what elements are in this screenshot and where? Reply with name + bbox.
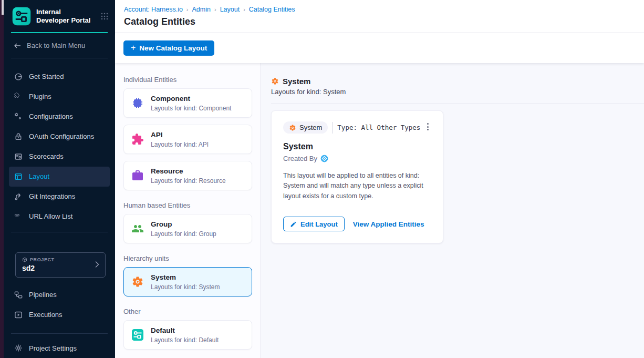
project-nav: Pipelines Executions	[4, 278, 115, 325]
cube-icon	[22, 257, 27, 262]
sidebar-divider	[11, 232, 108, 232]
scorecard-icon	[14, 152, 23, 161]
new-catalog-layout-button[interactable]: + New Catalog Layout	[123, 40, 214, 56]
detail-panel: System Layouts for kind: System System T…	[261, 63, 644, 358]
detail-title: System	[283, 77, 310, 86]
entity-desc: Layouts for kind: Component	[151, 105, 231, 112]
sidebar-item-executions[interactable]: Executions	[9, 305, 110, 325]
sidebar-item-url-allow-list[interactable]: URL Allow List	[9, 207, 110, 227]
system-gear-icon	[289, 124, 296, 131]
sidebar-item-layout[interactable]: Layout	[9, 167, 110, 187]
chip-separator	[332, 122, 333, 134]
nav-label: Scorecards	[29, 152, 64, 160]
entity-name: Default	[151, 326, 219, 335]
section-individual-entities: Individual Entities Component Layouts fo…	[123, 76, 252, 190]
back-label: Back to Main Menu	[27, 42, 85, 49]
sidebar-nav: Get Started Plugins Configurations OAuth…	[4, 58, 115, 227]
entity-card-default[interactable]: Default Layouts for kind: Default	[123, 320, 252, 350]
card-menu-button[interactable]	[424, 121, 431, 132]
api-icon	[131, 133, 144, 146]
component-icon	[131, 97, 144, 109]
nav-label: URL Allow List	[29, 212, 72, 220]
plus-icon: +	[131, 44, 136, 52]
pencil-icon	[290, 221, 297, 228]
nav-label: Project Settings	[29, 344, 77, 352]
breadcrumb-catalog-entities[interactable]: Catalog Entities	[249, 6, 295, 13]
entity-card-system[interactable]: System Layouts for kind: System	[123, 267, 252, 296]
nav-label: Configurations	[29, 112, 73, 120]
entity-desc: Layouts for kind: System	[151, 283, 220, 291]
created-by-row: Created By	[283, 155, 431, 162]
project-meta: PROJECT sd2	[22, 257, 95, 272]
entity-desc: Layouts for kind: Default	[151, 336, 219, 344]
detail-header: System	[271, 77, 631, 86]
project-label: PROJECT	[30, 257, 55, 262]
card-top-row: System Type: All Other Types	[283, 121, 431, 134]
configurations-icon	[14, 112, 23, 121]
section-label: Human based Entities	[123, 201, 252, 209]
sidebar-item-project-settings[interactable]: Project Settings	[9, 339, 110, 358]
system-gear-icon	[271, 77, 279, 85]
entity-kind-panel: Individual Entities Component Layouts fo…	[115, 63, 261, 358]
window-edge-strip	[0, 0, 4, 358]
sidebar-item-oauth-configurations[interactable]: OAuth Configurations	[9, 127, 110, 147]
entity-card-api[interactable]: API Layouts for kind: API	[123, 125, 252, 154]
breadcrumb-account[interactable]: Account: Harness.io	[124, 6, 183, 13]
entity-desc: Layouts for kind: API	[151, 141, 209, 148]
nav-label: Plugins	[29, 93, 51, 100]
sidebar-item-scorecards[interactable]: Scorecards	[9, 147, 110, 167]
nav-label: Pipelines	[29, 291, 57, 299]
app-grid-icon[interactable]	[100, 12, 109, 21]
breadcrumb: Account: Harness.io › Admin › Layout › C…	[124, 6, 644, 13]
window-edge-notch	[2, 0, 4, 15]
plugins-icon	[14, 93, 23, 101]
brand-header: Internal Developer Portal	[4, 0, 115, 32]
chip-label: System	[299, 124, 322, 131]
section-human-based-entities: Human based Entities Group Layouts for k…	[123, 201, 252, 243]
sidebar: Internal Developer Portal Back to Main M…	[4, 0, 115, 358]
entity-card-component[interactable]: Component Layouts for kind: Component	[123, 88, 252, 118]
executions-icon	[14, 311, 23, 319]
nav-label: Layout	[29, 172, 49, 180]
group-icon	[131, 222, 144, 235]
settings-gear-icon	[14, 344, 23, 352]
breadcrumb-separator: ›	[186, 6, 189, 13]
sidebar-divider	[11, 333, 108, 334]
sidebar-item-pipelines[interactable]: Pipelines	[9, 285, 110, 305]
breadcrumb-admin[interactable]: Admin	[192, 6, 211, 13]
entity-name: System	[151, 273, 220, 282]
entity-card-resource[interactable]: Resource Layouts for kind: Resource	[123, 161, 252, 190]
project-selector[interactable]: PROJECT sd2	[15, 252, 106, 278]
default-icon	[131, 329, 144, 341]
get-started-icon	[14, 73, 23, 81]
kind-chip: System	[283, 121, 328, 134]
entity-desc: Layouts for kind: Group	[151, 230, 216, 238]
breadcrumb-layout[interactable]: Layout	[220, 6, 240, 13]
sidebar-item-configurations[interactable]: Configurations	[9, 107, 110, 127]
harness-avatar-icon	[320, 155, 328, 162]
sidebar-item-get-started[interactable]: Get Started	[9, 67, 110, 87]
nav-label: Get Started	[29, 73, 64, 80]
view-applied-entities-link[interactable]: View Applied Entities	[353, 220, 424, 228]
nav-label: Executions	[29, 311, 63, 319]
sidebar-item-git-integrations[interactable]: Git Integrations	[9, 187, 110, 207]
created-by-label: Created By	[283, 155, 317, 162]
section-hierarchy-units: Hierarchy units System Layouts for kind:…	[123, 254, 252, 296]
detail-divider	[271, 104, 644, 104]
arrow-left-icon	[13, 42, 22, 50]
edit-layout-button[interactable]: Edit Layout	[283, 217, 345, 231]
layout-icon	[14, 172, 23, 181]
breadcrumb-separator: ›	[243, 6, 245, 13]
system-gear-icon	[131, 275, 144, 288]
back-to-main-menu[interactable]: Back to Main Menu	[4, 33, 115, 58]
entity-name: Group	[151, 220, 216, 229]
project-name: sd2	[22, 264, 95, 272]
resource-icon	[131, 169, 144, 182]
section-other: Other Default Layouts for kind: Default	[123, 308, 252, 350]
entity-desc: Layouts for kind: Resource	[151, 177, 226, 185]
chevron-right-icon	[95, 261, 100, 268]
entity-card-group[interactable]: Group Layouts for kind: Group	[123, 214, 252, 243]
sidebar-item-plugins[interactable]: Plugins	[9, 87, 110, 107]
git-branch-icon	[14, 192, 23, 201]
card-description: This layout will be applied to all entit…	[283, 171, 431, 201]
